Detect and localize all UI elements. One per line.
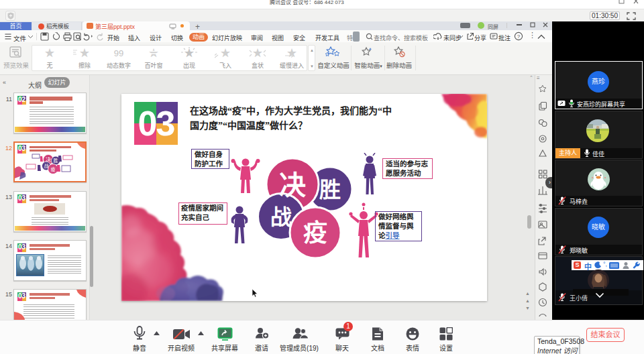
svg-text:决: 决 [46, 156, 51, 163]
svg-text:疫: 疫 [51, 166, 56, 172]
svg-text:决: 决 [279, 170, 306, 200]
svg-text:战: 战 [44, 163, 49, 169]
svg-text:胜: 胜 [54, 158, 58, 164]
svg-text:战: 战 [270, 205, 292, 229]
svg-text:疫: 疫 [303, 220, 327, 247]
svg-text:?: ? [517, 34, 521, 40]
svg-text:胜: 胜 [319, 178, 341, 202]
svg-text:?: ? [541, 316, 545, 317]
